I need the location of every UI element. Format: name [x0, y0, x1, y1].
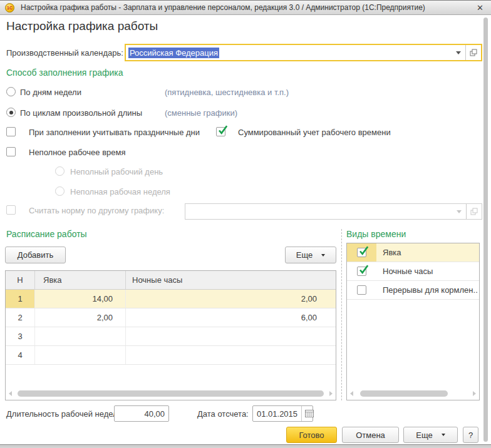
radio-part-day-label: Неполный рабочий день: [70, 167, 163, 176]
calendar-open-button[interactable]: [465, 45, 481, 60]
checkbox-feeding-breaks[interactable]: [357, 285, 366, 295]
radio-by-cycles-label: По циклам произвольной длины: [20, 108, 142, 118]
time-type-checkbox-cell[interactable]: [347, 281, 376, 299]
window-title: Настройка графика работы - Зарплата и уп…: [21, 3, 474, 12]
column-header-night-hours[interactable]: Ночные часы: [126, 271, 336, 289]
checkbox-norm-other-schedule-label: Считать норму по другому графику:: [29, 206, 164, 215]
time-types-header: Виды времени: [346, 229, 406, 239]
row-number-cell[interactable]: 1: [6, 290, 35, 308]
checkmark-icon: [358, 246, 369, 257]
table-row[interactable]: 1 14,00 2,00: [6, 290, 336, 308]
calendar-combobox-value: Российская Федерация: [128, 48, 219, 58]
night-hours-cell[interactable]: 6,00: [126, 308, 336, 327]
page-title: Настройка графика работы: [6, 19, 158, 33]
checkbox-norm-other-schedule: [6, 205, 16, 215]
table-horizontal-scrollbar[interactable]: [6, 389, 335, 398]
calendar-dropdown-button[interactable]: [452, 45, 465, 60]
chevron-down-icon: [457, 210, 462, 213]
radio-part-day: [55, 166, 65, 176]
checkbox-part-time[interactable]: [6, 147, 16, 156]
title-bar: 1С Настройка графика работы - Зарплата и…: [0, 0, 491, 15]
open-icon: [470, 208, 478, 215]
week-length-value: 40,00: [115, 409, 168, 419]
dialog-window: 1С Настройка графика работы - Зарплата и…: [0, 0, 491, 448]
schedule-more-button[interactable]: Еще: [285, 247, 336, 263]
done-button-label: Готово: [299, 430, 324, 440]
close-icon[interactable]: ✕: [474, 3, 486, 13]
arrow-left-icon[interactable]: [350, 391, 353, 396]
column-header-n[interactable]: Н: [6, 271, 35, 289]
add-button[interactable]: Добавить: [5, 247, 66, 263]
table-row[interactable]: 2 2,00 6,00: [6, 308, 336, 327]
calendar-combobox[interactable]: Российская Федерация: [125, 44, 482, 61]
scrollbar-thumb[interactable]: [18, 390, 324, 397]
radio-by-cycles-hint: (сменные графики): [165, 108, 237, 118]
checkmark-icon: [358, 265, 369, 275]
night-hours-cell[interactable]: [126, 327, 336, 345]
cancel-button-label: Отмена: [356, 430, 385, 440]
attendance-cell[interactable]: 2,00: [35, 308, 126, 327]
calendar-picker-button[interactable]: [301, 406, 316, 421]
time-type-checkbox-cell[interactable]: [347, 262, 376, 280]
time-type-checkbox-cell[interactable]: [347, 243, 376, 262]
attendance-cell[interactable]: [35, 327, 126, 345]
chevron-down-icon: [321, 254, 325, 257]
norm-schedule-combobox-value: [185, 204, 452, 219]
add-button-label: Добавить: [18, 250, 53, 260]
norm-schedule-dropdown-button: [452, 204, 466, 219]
radio-by-weekdays[interactable]: [6, 87, 16, 96]
time-type-label[interactable]: Ночные часы: [376, 262, 479, 280]
row-number-cell[interactable]: 2: [6, 308, 35, 327]
time-type-label[interactable]: Перерывы для кормлен..: [376, 281, 479, 299]
form-vertical-scrollbar[interactable]: [483, 18, 488, 442]
radio-by-cycles[interactable]: [6, 108, 16, 117]
1c-logo-icon: 1С: [5, 3, 14, 13]
help-button[interactable]: ?: [463, 427, 478, 443]
week-length-label: Длительность рабочей недели:: [6, 409, 125, 419]
checkbox-summed-time-label: Суммированный учет рабочего времени: [238, 128, 391, 137]
start-date-value: 01.01.2015: [253, 409, 301, 419]
checkbox-summed-time[interactable]: [216, 127, 225, 136]
arrow-right-icon[interactable]: [473, 391, 476, 396]
schedule-header: Расписание работы: [6, 229, 87, 239]
night-hours-cell[interactable]: 2,00: [126, 290, 336, 308]
checkbox-part-time-label: Неполное рабочее время: [29, 148, 125, 157]
time-type-label[interactable]: Явка: [376, 243, 479, 262]
arrow-right-icon[interactable]: [329, 391, 333, 396]
arrow-left-icon[interactable]: [9, 391, 12, 396]
scrollbar-thumb[interactable]: [360, 390, 448, 397]
schedule-more-button-label: Еще: [296, 250, 313, 260]
row-number-cell[interactable]: 3: [6, 327, 35, 345]
window-bottom-frame: [0, 444, 491, 448]
norm-schedule-combobox: [185, 203, 482, 220]
night-hours-cell[interactable]: [126, 346, 336, 364]
week-length-input[interactable]: 40,00: [114, 405, 169, 422]
list-item[interactable]: Ночные часы: [347, 262, 479, 281]
list-item[interactable]: Перерывы для кормлен..: [347, 281, 479, 300]
open-icon: [470, 49, 477, 56]
list-horizontal-scrollbar[interactable]: [348, 389, 478, 398]
fill-method-header: Способ заполнения графика: [6, 68, 123, 78]
done-button[interactable]: Готово: [286, 427, 337, 443]
start-date-input[interactable]: 01.01.2015: [252, 405, 313, 422]
radio-part-week-label: Неполная рабочая неделя: [70, 187, 170, 196]
checkbox-holidays[interactable]: [6, 127, 16, 136]
chevron-down-icon: [456, 51, 461, 54]
time-types-list: Явка Ночные часы Перерывы для кормлен..: [346, 243, 480, 400]
column-header-attendance[interactable]: Явка: [35, 271, 126, 289]
table-row[interactable]: 4: [6, 346, 336, 365]
schedule-table: Н Явка Ночные часы 1 14,00 2,00 2 2,00 6…: [5, 270, 336, 400]
cancel-button[interactable]: Отмена: [342, 427, 399, 443]
panel-splitter[interactable]: [341, 229, 342, 400]
table-row[interactable]: 3: [6, 327, 336, 346]
row-number-cell[interactable]: 4: [6, 346, 35, 364]
attendance-cell[interactable]: [35, 346, 126, 364]
attendance-cell[interactable]: 14,00: [35, 290, 126, 308]
list-item[interactable]: Явка: [347, 243, 479, 262]
checkbox-attendance[interactable]: [357, 248, 366, 257]
footer-more-button[interactable]: Еще: [403, 427, 458, 443]
calendar-combobox-text[interactable]: Российская Федерация: [126, 45, 452, 60]
checkbox-holidays-label: При заполнении учитывать праздничные дни: [29, 128, 200, 137]
checkbox-night-hours[interactable]: [357, 267, 366, 276]
start-date-label: Дата отсчета:: [197, 409, 249, 419]
